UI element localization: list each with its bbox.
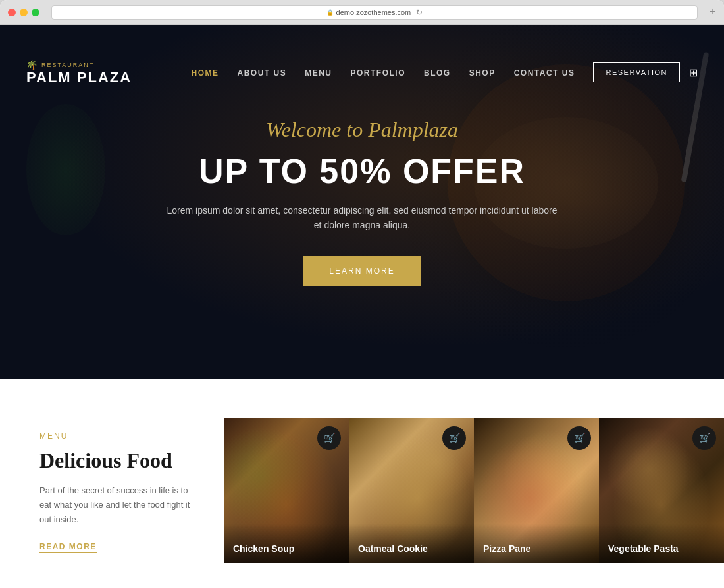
food-card-inner-2: 🛒 Oatmeal Cookie [349, 418, 474, 563]
navbar: 🌴 RESTAURANT PALM PLAZA HOME ABOUT US ME… [0, 50, 724, 95]
hero-content: Welcome to Palmplaza UP TO 50% OFFER Lor… [165, 118, 559, 287]
nav-links: HOME ABOUT US MENU PORTFOLIO BLOG SHOP C… [191, 66, 575, 78]
menu-description: Part of the secret of success in life is… [39, 483, 197, 527]
grid-icon[interactable]: ⊞ [689, 66, 698, 79]
browser-chrome: 🔒 demo.zozothemes.com ↻ + [0, 0, 724, 25]
cart-button-1[interactable]: 🛒 [317, 426, 341, 450]
hero-title: UP TO 50% OFFER [165, 153, 559, 190]
read-more-link[interactable]: READ MORE [39, 542, 97, 553]
hero-description: Lorem ipsum dolor sit amet, consectetur … [165, 203, 559, 233]
food-card-inner-1: 🛒 Chicken Soup [224, 418, 349, 563]
nav-link-blog[interactable]: BLOG [424, 68, 451, 78]
food-card-1: 🛒 Chicken Soup [224, 418, 349, 563]
cart-button-2[interactable]: 🛒 [442, 426, 466, 450]
website-content: 🌴 RESTAURANT PALM PLAZA HOME ABOUT US ME… [0, 25, 724, 588]
site-logo[interactable]: 🌴 RESTAURANT PALM PLAZA [26, 60, 132, 85]
reservation-button[interactable]: RESERVATION [593, 62, 680, 82]
lock-icon: 🔒 [326, 9, 334, 16]
refresh-icon[interactable]: ↻ [416, 8, 423, 17]
nav-item-shop[interactable]: SHOP [469, 66, 496, 78]
nav-item-contact[interactable]: CONTACT US [514, 66, 575, 78]
close-dot[interactable] [8, 9, 16, 16]
minimize-dot[interactable] [20, 9, 28, 16]
logo-name: PALM PLAZA [26, 70, 132, 85]
food-card-inner-3: 🛒 Pizza Pane [474, 418, 599, 563]
nav-link-contact[interactable]: CONTACT US [514, 68, 575, 78]
food-card-2: 🛒 Oatmeal Cookie [349, 418, 474, 563]
lower-section: MENU Delicious Food Part of the secret o… [0, 379, 724, 588]
nav-item-home[interactable]: HOME [191, 66, 219, 78]
cart-button-4[interactable]: 🛒 [692, 426, 716, 450]
food-name-2: Oatmeal Cookie [349, 524, 474, 563]
food-name-1: Chicken Soup [224, 524, 349, 563]
menu-label: MENU [39, 431, 197, 441]
food-cards-container: 🛒 Chicken Soup 🛒 Oatmeal Cookie [224, 418, 724, 563]
nav-item-portfolio[interactable]: PORTFOLIO [351, 66, 406, 78]
url-text: demo.zozothemes.com [336, 9, 411, 16]
nav-item-about[interactable]: ABOUT US [237, 66, 286, 78]
food-card-3: 🛒 Pizza Pane [474, 418, 599, 563]
nav-link-menu[interactable]: MENU [305, 68, 332, 78]
food-card-4: 🛒 Vegetable Pasta [599, 418, 724, 563]
menu-text-section: MENU Delicious Food Part of the secret o… [0, 418, 224, 565]
nav-link-shop[interactable]: SHOP [469, 68, 496, 78]
browser-window: 🔒 demo.zozothemes.com ↻ + 🌴 RESTAURANT [0, 0, 724, 588]
hero-section: 🌴 RESTAURANT PALM PLAZA HOME ABOUT US ME… [0, 25, 724, 379]
address-bar[interactable]: 🔒 demo.zozothemes.com ↻ [51, 5, 698, 20]
nav-link-home[interactable]: HOME [191, 68, 219, 78]
maximize-dot[interactable] [32, 9, 39, 16]
food-name-4: Vegetable Pasta [599, 524, 724, 563]
food-card-inner-4: 🛒 Vegetable Pasta [599, 418, 724, 563]
new-tab-button[interactable]: + [710, 5, 716, 19]
nav-link-portfolio[interactable]: PORTFOLIO [351, 68, 406, 78]
cart-button-3[interactable]: 🛒 [567, 426, 591, 450]
menu-title: Delicious Food [39, 449, 197, 473]
nav-item-blog[interactable]: BLOG [424, 66, 451, 78]
hero-subtitle: Welcome to Palmplaza [165, 118, 559, 142]
nav-link-about[interactable]: ABOUT US [237, 68, 286, 78]
nav-item-menu[interactable]: MENU [305, 66, 332, 78]
learn-more-button[interactable]: LEARN MORE [303, 256, 421, 286]
food-name-3: Pizza Pane [474, 524, 599, 563]
